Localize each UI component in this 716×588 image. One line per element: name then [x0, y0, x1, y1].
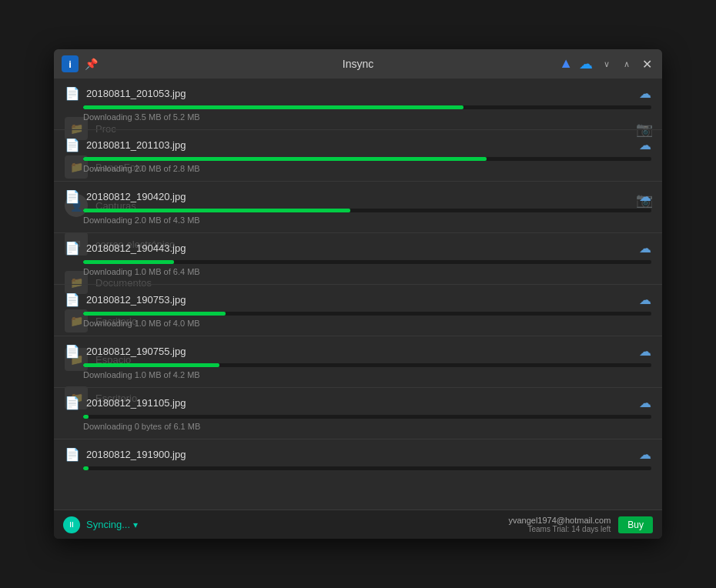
pause-button[interactable]: ⏸ — [63, 516, 80, 533]
file-icon: 📄 — [65, 241, 80, 256]
progress-bar-container — [83, 415, 651, 419]
progress-bar-container — [83, 466, 651, 470]
progress-bar-container — [83, 105, 651, 109]
window-title: Insync — [343, 58, 373, 70]
filename: 20180812_190755.jpg — [86, 346, 633, 357]
progress-bar-fill — [83, 209, 350, 212]
user-info: yvangel1974@hotmail.com Teams Trial: 14 … — [508, 516, 611, 533]
download-item: 📄 20180812_190420.jpg ☁ Downloading 2.0 … — [54, 182, 662, 233]
statusbar: ⏸ Syncing... ▾ yvangel1974@hotmail.com T… — [54, 509, 662, 539]
progress-bar-fill — [83, 105, 463, 109]
filename: 20180812_191900.jpg — [86, 449, 633, 460]
filename: 20180812_190420.jpg — [86, 191, 633, 202]
download-status: Downloading 0 bytes of 6.1 MB — [83, 422, 651, 431]
syncing-label: Syncing... — [86, 519, 130, 530]
progress-bar-container — [83, 312, 651, 316]
filename: 20180812_190753.jpg — [86, 294, 633, 306]
buy-button[interactable]: Buy — [618, 516, 653, 533]
progress-bar-fill — [83, 157, 487, 161]
download-item: 📄 20180812_190755.jpg ☁ Downloading 1.0 … — [54, 336, 662, 388]
file-icon: 📄 — [65, 344, 80, 359]
download-status: Downloading 1.0 MB of 4.0 MB — [83, 319, 651, 328]
pin-icon: 📌 — [85, 58, 98, 70]
cloud-sync-icon: ☁ — [639, 292, 651, 307]
progress-bar-fill — [83, 312, 226, 316]
filename: 20180812_191105.jpg — [86, 397, 633, 409]
statusbar-right: yvangel1974@hotmail.com Teams Trial: 14 … — [508, 516, 653, 533]
main-window: i 📌 Insync ▲ ☁ ∨ ∧ ✕ 📁 Proc — [54, 49, 662, 539]
progress-bar-container — [83, 209, 651, 212]
download-item: 📄 20180812_191900.jpg ☁ — [54, 439, 662, 481]
cloud-sync-icon: ☁ — [639, 86, 651, 101]
filename: 20180811_201053.jpg — [86, 88, 633, 99]
content-area: 📁 Proc 📁 BancoFoto 👤 Capturas ✉ correo e… — [54, 79, 662, 509]
cloud-sync-icon: ☁ — [639, 344, 651, 359]
download-item: 📄 20180812_190443.jpg ☁ Downloading 1.0 … — [54, 233, 662, 285]
download-item: 📄 20180812_191105.jpg ☁ Downloading 0 by… — [54, 388, 662, 439]
cloud-sync-icon: ☁ — [639, 447, 651, 462]
progress-bar-container — [83, 260, 651, 264]
progress-bar-fill — [83, 415, 89, 419]
onedrive-icon: ☁ — [579, 55, 593, 72]
progress-bar-fill — [83, 260, 174, 264]
download-status: Downloading 3.5 MB of 5.2 MB — [83, 112, 651, 122]
progress-bar-fill — [83, 466, 89, 470]
download-status: Downloading 2.0 MB of 4.3 MB — [83, 215, 651, 225]
window-controls: ∨ ∧ ✕ — [599, 56, 654, 72]
download-status: Downloading 2.0 MB of 2.8 MB — [83, 164, 651, 173]
pause-icon: ⏸ — [68, 520, 76, 529]
file-icon: 📄 — [65, 447, 80, 462]
user-email: yvangel1974@hotmail.com — [508, 516, 611, 525]
trial-info: Teams Trial: 14 days left — [508, 525, 611, 533]
download-item: 📄 20180812_190753.jpg ☁ Downloading 1.0 … — [54, 285, 662, 336]
cloud-sync-icon: ☁ — [639, 396, 651, 410]
filename: 20180811_201103.jpg — [86, 139, 633, 151]
progress-bar-fill — [83, 363, 219, 367]
minimize-button[interactable]: ∨ — [599, 56, 614, 72]
cloud-sync-icon: ☁ — [639, 241, 651, 256]
download-status: Downloading 1.0 MB of 4.2 MB — [83, 370, 651, 379]
maximize-button[interactable]: ∧ — [619, 56, 634, 72]
app-icon: i — [62, 55, 79, 72]
file-icon: 📄 — [65, 189, 80, 204]
download-item: 📄 20180811_201103.jpg ☁ Downloading 2.0 … — [54, 130, 662, 182]
filename: 20180812_190443.jpg — [86, 242, 633, 254]
file-icon: 📄 — [65, 292, 80, 307]
progress-bar-container — [83, 157, 651, 161]
close-button[interactable]: ✕ — [639, 56, 654, 72]
file-icon: 📄 — [65, 138, 80, 152]
syncing-chevron-icon[interactable]: ▾ — [133, 520, 138, 530]
cloud-sync-icon: ☁ — [639, 138, 651, 152]
cloud-sync-icon: ☁ — [639, 189, 651, 204]
download-item: 📄 20180811_201053.jpg ☁ Downloading 3.5 … — [54, 79, 662, 130]
titlebar: i 📌 Insync ▲ ☁ ∨ ∧ ✕ — [54, 49, 662, 79]
download-status: Downloading 1.0 MB of 6.4 MB — [83, 267, 651, 276]
progress-bar-container — [83, 363, 651, 367]
file-icon: 📄 — [65, 396, 80, 410]
file-icon: 📄 — [65, 86, 80, 101]
download-list: 📄 20180811_201053.jpg ☁ Downloading 3.5 … — [54, 79, 662, 481]
cloud-service-icons: ▲ ☁ — [559, 55, 593, 72]
gdrive-icon: ▲ — [559, 55, 573, 72]
